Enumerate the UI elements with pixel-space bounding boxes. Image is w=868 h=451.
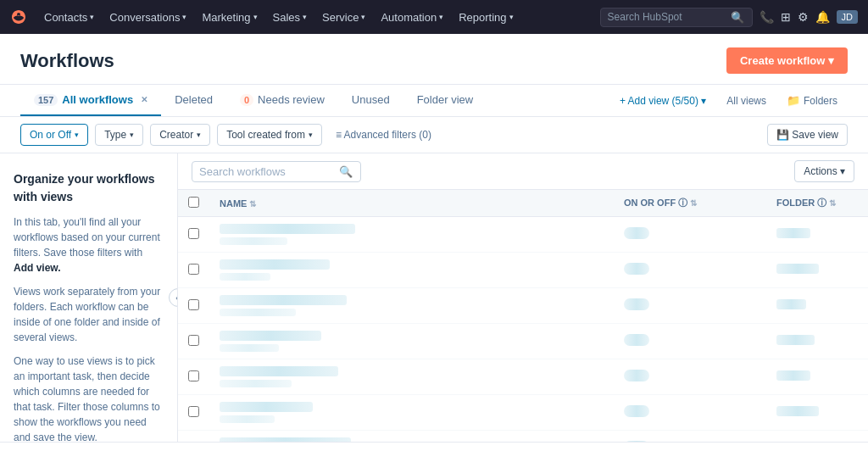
nav-right: 🔍 📞 ⊞ ⚙ 🔔 JD [600, 8, 858, 27]
pagination-row: ‹ Prev 1 2 3 4 5 6 Next › 25 per page ▾ … [0, 442, 868, 451]
name-column-header[interactable]: NAME ⇅ [209, 190, 614, 217]
phone-icon[interactable]: 📞 [760, 10, 774, 24]
on-off-cell [614, 288, 766, 324]
notifications-icon[interactable]: 🔔 [815, 10, 830, 24]
table-row[interactable] [178, 431, 868, 443]
row-checkbox[interactable] [188, 335, 199, 346]
nav-item-automation[interactable]: Automation ▾ [374, 8, 450, 27]
workflow-name-cell [209, 395, 614, 431]
actions-button[interactable]: Actions ▾ [794, 160, 854, 182]
chevron-down-icon: ▾ [75, 131, 79, 139]
folders-label: Folders [804, 95, 837, 107]
table-scroll[interactable]: NAME ⇅ ON OR OFF ⓘ ⇅ FOLDER ⓘ ⇅ [178, 190, 868, 442]
row-checkbox-cell[interactable] [178, 253, 209, 288]
nav-item-conversations[interactable]: Conversations ▾ [103, 8, 193, 27]
chevron-down-icon: ▾ [197, 131, 201, 139]
tab-unused-label: Unused [352, 93, 390, 106]
chevron-down-icon: ▾ [90, 13, 94, 21]
search-icon: 🔍 [731, 11, 744, 24]
nav-menu: Contacts ▾ Conversations ▾ Marketing ▾ S… [37, 8, 598, 27]
sort-icon: ⇅ [249, 199, 256, 209]
all-workflows-badge: 157 [34, 94, 58, 106]
folder-cell [766, 253, 868, 288]
folder-column-header[interactable]: FOLDER ⓘ ⇅ [766, 190, 868, 217]
row-checkbox[interactable] [188, 442, 199, 443]
needs-review-badge: 0 [240, 94, 253, 106]
creator-filter[interactable]: Creator ▾ [150, 124, 210, 146]
nav-item-marketing[interactable]: Marketing ▾ [195, 8, 264, 27]
table-toolbar: 🔍 Actions ▾ [178, 153, 868, 190]
table-area: 🔍 Actions ▾ NAME ⇅ [178, 153, 868, 442]
table-row[interactable] [178, 324, 868, 359]
sidebar-para-2: Views work separately from your folders.… [14, 284, 164, 345]
on-off-cell [614, 395, 766, 431]
tab-all-workflows[interactable]: 157 All workflows ✕ [20, 85, 161, 116]
table-row[interactable] [178, 288, 868, 324]
nav-item-reporting[interactable]: Reporting ▾ [452, 8, 520, 27]
table-row[interactable] [178, 253, 868, 288]
close-icon[interactable]: ✕ [141, 95, 147, 104]
advanced-filters-button[interactable]: ≡ Advanced filters (0) [329, 125, 438, 145]
avatar[interactable]: JD [837, 10, 858, 24]
row-checkbox-cell[interactable] [178, 431, 209, 443]
folder-cell [766, 359, 868, 395]
folder-cell [766, 217, 868, 253]
on-off-cell [614, 253, 766, 288]
save-view-button[interactable]: 💾 Save view [767, 124, 848, 146]
select-all-checkbox-header[interactable] [178, 190, 209, 217]
workflow-name-cell [209, 253, 614, 288]
row-checkbox[interactable] [188, 406, 199, 417]
search-workflows-input[interactable]: 🔍 [192, 161, 361, 182]
folder-cell [766, 288, 868, 324]
table-row[interactable] [178, 395, 868, 431]
workflow-name-cell [209, 431, 614, 443]
row-checkbox-cell[interactable] [178, 288, 209, 324]
add-view-button[interactable]: + Add view (5/50) ▾ [609, 88, 716, 114]
tab-deleted[interactable]: Deleted [161, 85, 226, 116]
settings-icon[interactable]: ⚙ [798, 10, 809, 24]
row-checkbox-cell[interactable] [178, 217, 209, 253]
sort-icon: ⇅ [690, 198, 697, 208]
workflow-name-cell [209, 288, 614, 324]
search-field[interactable] [199, 165, 335, 178]
workflow-name-cell [209, 324, 614, 359]
row-checkbox[interactable] [188, 299, 199, 310]
chevron-down-icon: ▾ [253, 13, 258, 21]
on-off-cell [614, 217, 766, 253]
tab-unused[interactable]: Unused [338, 85, 403, 116]
type-filter[interactable]: Type ▾ [95, 124, 143, 146]
row-checkbox-cell[interactable] [178, 359, 209, 395]
tab-folder-view[interactable]: Folder view [403, 85, 487, 116]
nav-item-service[interactable]: Service ▾ [315, 8, 372, 27]
tool-created-from-filter[interactable]: Tool created from ▾ [217, 124, 322, 146]
nav-item-sales[interactable]: Sales ▾ [266, 8, 314, 27]
tab-needs-review[interactable]: 0 Needs review [226, 85, 338, 116]
row-checkbox[interactable] [188, 264, 199, 275]
top-navigation: Contacts ▾ Conversations ▾ Marketing ▾ S… [0, 0, 868, 34]
folder-cell [766, 431, 868, 443]
global-search[interactable]: 🔍 [600, 8, 753, 27]
table-row[interactable] [178, 359, 868, 395]
workflow-name-cell [209, 217, 614, 253]
hubspot-logo[interactable] [10, 8, 27, 25]
row-checkbox[interactable] [188, 228, 199, 239]
apps-icon[interactable]: ⊞ [781, 10, 791, 24]
on-off-column-header[interactable]: ON OR OFF ⓘ ⇅ [614, 190, 766, 217]
on-off-cell [614, 324, 766, 359]
folder-cell [766, 395, 868, 431]
row-checkbox-cell[interactable] [178, 324, 209, 359]
search-input[interactable] [608, 11, 726, 23]
tab-folder-view-label: Folder view [417, 93, 473, 106]
table-row[interactable] [178, 217, 868, 253]
all-views-button[interactable]: All views [716, 88, 776, 114]
nav-item-contacts[interactable]: Contacts ▾ [37, 8, 101, 27]
row-checkbox-cell[interactable] [178, 395, 209, 431]
create-workflow-button[interactable]: Create workflow ▾ [726, 47, 848, 74]
folders-button[interactable]: 📁 Folders [776, 87, 848, 114]
chevron-down-icon: ▾ [509, 13, 514, 21]
search-icon: 🔍 [339, 165, 353, 178]
collapse-sidebar-button[interactable]: « [169, 288, 178, 307]
row-checkbox[interactable] [188, 370, 199, 381]
on-or-off-filter[interactable]: On or Off ▾ [20, 124, 88, 146]
select-all-checkbox[interactable] [188, 197, 199, 208]
